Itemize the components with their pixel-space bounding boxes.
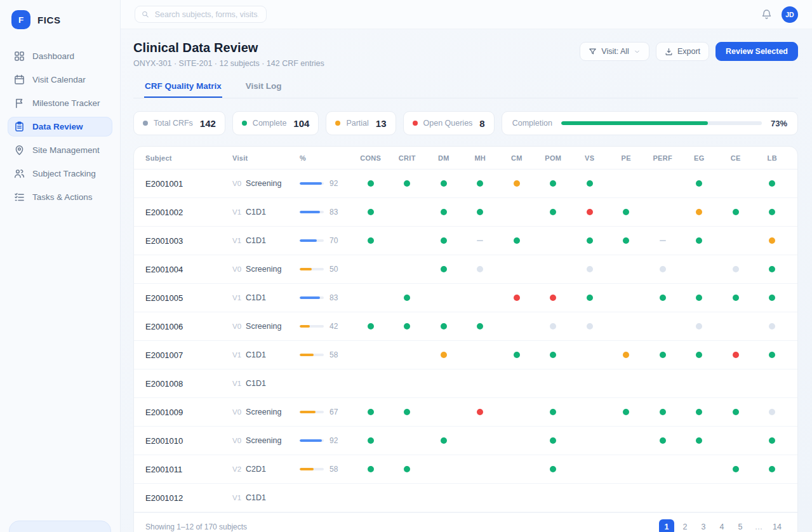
export-button[interactable]: Export [656, 42, 709, 61]
complete-dot[interactable] [696, 180, 702, 187]
complete-dot[interactable] [660, 409, 666, 415]
pagination-page-14[interactable]: 14 [769, 519, 785, 532]
sidebar-item-milestone-tracker[interactable]: Milestone Tracker [8, 93, 112, 113]
partial-dot[interactable] [769, 237, 775, 244]
complete-dot[interactable] [696, 409, 702, 415]
complete-dot[interactable] [404, 409, 410, 415]
complete-dot[interactable] [477, 323, 483, 329]
avatar[interactable]: JD [782, 6, 798, 23]
complete-dot[interactable] [696, 295, 702, 301]
complete-dot[interactable] [441, 437, 447, 444]
complete-dot[interactable] [733, 409, 739, 415]
sidebar-bottom-card[interactable] [9, 521, 111, 532]
table-row[interactable]: E2001003V1C1D170 [134, 227, 797, 255]
review-selected-button[interactable]: Review Selected [715, 42, 798, 61]
pagination-page-2[interactable]: 2 [677, 519, 693, 532]
complete-dot[interactable] [368, 466, 374, 472]
query-dot[interactable] [477, 409, 483, 415]
complete-dot[interactable] [769, 266, 775, 272]
search-field[interactable] [154, 10, 260, 20]
partial-dot[interactable] [696, 209, 702, 215]
complete-dot[interactable] [477, 209, 483, 215]
table-row[interactable]: E2001006V0Screening42 [134, 312, 797, 341]
bell-icon[interactable] [761, 9, 772, 20]
complete-dot[interactable] [441, 180, 447, 187]
pagination-page-4[interactable]: 4 [714, 519, 729, 532]
query-dot[interactable] [733, 352, 739, 358]
pending-dot[interactable] [769, 409, 775, 415]
complete-dot[interactable] [441, 323, 447, 329]
complete-dot[interactable] [587, 237, 593, 244]
table-row[interactable]: E2001012V1C1D1 [134, 484, 797, 512]
table-row[interactable]: E2001008V1C1D1 [134, 369, 797, 398]
complete-dot[interactable] [404, 323, 410, 329]
complete-dot[interactable] [477, 180, 483, 187]
complete-dot[interactable] [660, 295, 666, 301]
complete-dot[interactable] [587, 180, 593, 187]
complete-dot[interactable] [769, 437, 775, 444]
pending-dot[interactable] [769, 323, 775, 329]
sidebar-item-site-management[interactable]: Site Management [8, 140, 112, 160]
pending-dot[interactable] [587, 266, 593, 272]
complete-dot[interactable] [769, 352, 775, 358]
partial-dot[interactable] [441, 352, 447, 358]
complete-dot[interactable] [660, 352, 666, 358]
complete-dot[interactable] [514, 237, 520, 244]
complete-dot[interactable] [404, 295, 410, 301]
complete-dot[interactable] [441, 237, 447, 244]
complete-dot[interactable] [660, 437, 666, 444]
table-row[interactable]: E2001011V2C2D158 [134, 455, 797, 484]
table-row[interactable]: E2001007V1C1D158 [134, 341, 797, 369]
complete-dot[interactable] [368, 437, 374, 444]
pending-dot[interactable] [733, 266, 739, 272]
tab-visit-log[interactable]: Visit Log [245, 81, 283, 98]
pending-dot[interactable] [550, 323, 556, 329]
table-row[interactable]: E2001009V0Screening67 [134, 398, 797, 427]
complete-dot[interactable] [404, 180, 410, 187]
table-row[interactable]: E2001005V1C1D183 [134, 284, 797, 312]
table-row[interactable]: E2001010V0Screening92 [134, 427, 797, 455]
complete-dot[interactable] [368, 323, 374, 329]
sidebar-item-data-review[interactable]: Data Review [8, 117, 112, 136]
sidebar-item-visit-calendar[interactable]: Visit Calendar [8, 70, 112, 90]
pagination-page-3[interactable]: 3 [696, 519, 711, 532]
visit-filter-button[interactable]: Visit: All [580, 42, 649, 61]
complete-dot[interactable] [514, 352, 520, 358]
complete-dot[interactable] [623, 409, 629, 415]
pending-dot[interactable] [660, 266, 666, 272]
complete-dot[interactable] [696, 437, 702, 444]
query-dot[interactable] [514, 295, 520, 301]
table-row[interactable]: E2001004V0Screening50 [134, 255, 797, 284]
table-row[interactable]: E2001001V0Screening92 [134, 170, 797, 198]
complete-dot[interactable] [587, 295, 593, 301]
partial-dot[interactable] [623, 352, 629, 358]
complete-dot[interactable] [769, 295, 775, 301]
sidebar-item-tasks-actions[interactable]: Tasks & Actions [8, 187, 112, 207]
pending-dot[interactable] [587, 323, 593, 329]
complete-dot[interactable] [769, 466, 775, 472]
query-dot[interactable] [550, 295, 556, 301]
complete-dot[interactable] [733, 466, 739, 472]
complete-dot[interactable] [696, 237, 702, 244]
sidebar-item-subject-tracking[interactable]: Subject Tracking [8, 164, 112, 183]
pagination-page-1[interactable]: 1 [659, 519, 674, 532]
complete-dot[interactable] [441, 209, 447, 215]
table-row[interactable]: E2001002V1C1D183 [134, 198, 797, 227]
complete-dot[interactable] [733, 295, 739, 301]
search-input[interactable] [135, 6, 267, 23]
complete-dot[interactable] [696, 352, 702, 358]
complete-dot[interactable] [623, 209, 629, 215]
pending-dot[interactable] [477, 266, 483, 272]
complete-dot[interactable] [550, 352, 556, 358]
complete-dot[interactable] [368, 209, 374, 215]
complete-dot[interactable] [769, 209, 775, 215]
complete-dot[interactable] [368, 180, 374, 187]
complete-dot[interactable] [368, 409, 374, 415]
tab-crf-quality-matrix[interactable]: CRF Quality Matrix [144, 81, 222, 98]
complete-dot[interactable] [550, 437, 556, 444]
complete-dot[interactable] [368, 237, 374, 244]
sidebar-item-dashboard[interactable]: Dashboard [8, 46, 112, 66]
pagination-page-5[interactable]: 5 [733, 519, 748, 532]
complete-dot[interactable] [550, 180, 556, 187]
complete-dot[interactable] [550, 409, 556, 415]
